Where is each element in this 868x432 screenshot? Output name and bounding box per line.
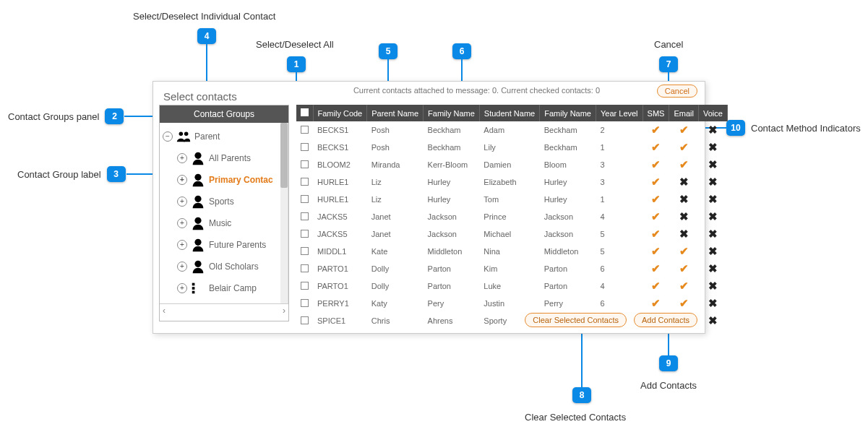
cell-sms: ✔ (643, 121, 669, 139)
expand-icon[interactable]: + (177, 262, 187, 272)
row-checkbox[interactable] (301, 230, 309, 238)
table-row[interactable]: JACKS5JanetJacksonPrinceJackson4✔✖✖ (296, 208, 727, 225)
cell-sms: ✔ (643, 225, 669, 243)
table-row[interactable]: JACKS5JanetJacksonMichaelJackson5✔✖✖ (296, 225, 727, 243)
table-row[interactable]: BLOOM2MirandaKerr-BloomDamienBloom3✔✔✖ (296, 156, 727, 173)
dialog-bottom-buttons: Clear Selected Contacts Add Contacts (525, 313, 697, 327)
scrollbar-track[interactable] (280, 123, 288, 303)
row-checkbox[interactable] (301, 247, 309, 255)
cell-email: ✖ (669, 208, 699, 225)
row-checkbox-cell[interactable] (296, 156, 313, 173)
col-email[interactable]: Email (669, 105, 699, 121)
cell-parent-name: Kate (367, 243, 424, 260)
row-checkbox-cell[interactable] (296, 173, 313, 191)
col-year-level[interactable]: Year Level (596, 105, 643, 121)
x-icon: ✖ (679, 228, 689, 240)
callout-number: 6 (452, 43, 471, 59)
row-checkbox[interactable] (301, 316, 309, 324)
cell-family-code: BLOOM2 (313, 156, 367, 173)
row-checkbox-cell[interactable] (296, 277, 313, 295)
col-parent-name[interactable]: Parent Name (367, 105, 424, 121)
sidebar-item[interactable]: +Future Parents (161, 234, 286, 256)
cell-voice: ✖ (698, 277, 727, 295)
sidebar-item[interactable]: +All Parents (161, 147, 286, 169)
callout-label: Contact Method Indicators (751, 123, 861, 134)
table-row[interactable]: PARTO1DollyPartonKimParton6✔✔✖ (296, 260, 727, 277)
cell-parent-name: Dolly (367, 277, 424, 295)
expand-icon[interactable]: + (177, 240, 187, 250)
expand-icon[interactable]: + (177, 196, 187, 207)
callout-9-label: Add Contacts (640, 380, 697, 391)
select-all-header[interactable] (296, 105, 313, 121)
row-checkbox[interactable] (301, 178, 309, 186)
sidebar-item[interactable]: +Belair Camp (161, 277, 286, 299)
clear-selected-button[interactable]: Clear Selected Contacts (525, 313, 627, 327)
cell-year-level: 4 (596, 277, 643, 295)
table-row[interactable]: PERRY1KatyPeryJustinPerry6✔✔✖ (296, 295, 727, 312)
row-checkbox[interactable] (301, 143, 309, 151)
col-voice[interactable]: Voice (698, 105, 727, 121)
cell-student-name: Luke (479, 277, 539, 295)
sidebar-item[interactable]: −Parent (161, 126, 286, 147)
table-row[interactable]: MIDDL1KateMiddletonNinaMiddleton5✔✔✖ (296, 243, 727, 260)
select-contacts-dialog: Select contacts Current contacts attache… (152, 81, 705, 334)
callout-line (668, 332, 669, 355)
cancel-button[interactable]: Cancel (657, 85, 697, 98)
scrollbar-thumb[interactable] (280, 123, 288, 188)
row-checkbox[interactable] (301, 195, 309, 203)
sidebar-item[interactable]: +Music (161, 212, 286, 234)
cell-family-name2: Perry (540, 295, 596, 312)
person-icon (190, 259, 206, 275)
cell-voice: ✖ (698, 295, 727, 312)
table-row[interactable]: BECKS1PoshBeckhamLilyBeckham1✔✔✖ (296, 139, 727, 156)
col-family-code[interactable]: Family Code (313, 105, 367, 121)
cell-family-name2: Parton (540, 277, 596, 295)
cell-family-name2: Hurley (540, 173, 596, 191)
expand-icon[interactable]: + (177, 153, 187, 163)
sidebar-item[interactable]: +Primary Contac (161, 169, 286, 191)
cell-student-name: Tom (479, 191, 539, 208)
callout-label: Contact Groups panel (8, 111, 99, 122)
expand-icon[interactable]: + (177, 218, 187, 228)
row-checkbox-cell[interactable] (296, 208, 313, 225)
row-checkbox[interactable] (301, 299, 309, 307)
row-checkbox[interactable] (301, 126, 309, 134)
expand-icon[interactable]: + (177, 283, 187, 293)
row-checkbox-cell[interactable] (296, 260, 313, 277)
sidebar-item[interactable]: +Sports (161, 191, 286, 212)
sidebar-item[interactable]: +Student (161, 299, 286, 303)
sidebar-header: Contact Groups (160, 105, 288, 123)
table-row[interactable]: PARTO1DollyPartonLukeParton4✔✔✖ (296, 277, 727, 295)
row-checkbox-cell[interactable] (296, 295, 313, 312)
row-checkbox-cell[interactable] (296, 243, 313, 260)
person-icon (190, 194, 206, 209)
col-family-name2[interactable]: Family Name (540, 105, 596, 121)
sidebar-item[interactable]: +Old Scholars (161, 256, 286, 277)
select-all-checkbox[interactable] (301, 108, 309, 116)
callout-label: Select/Deselect Individual Contact (133, 11, 275, 22)
scroll-right-icon[interactable]: › (283, 306, 285, 316)
row-checkbox[interactable] (301, 264, 309, 272)
row-checkbox[interactable] (301, 282, 309, 290)
horizontal-scrollbar[interactable]: ‹ › (160, 303, 288, 316)
row-checkbox-cell[interactable] (296, 121, 313, 139)
row-checkbox[interactable] (301, 212, 309, 220)
col-sms[interactable]: SMS (643, 105, 669, 121)
scroll-left-icon[interactable]: ‹ (163, 306, 166, 316)
add-contacts-button[interactable]: Add Contacts (634, 313, 697, 327)
table-row[interactable]: BECKS1PoshBeckhamAdamBeckham2✔✔✖ (296, 121, 727, 139)
cell-parent-name: Katy (367, 295, 424, 312)
row-checkbox-cell[interactable] (296, 191, 313, 208)
expand-icon[interactable]: + (177, 175, 187, 185)
row-checkbox-cell[interactable] (296, 139, 313, 156)
collapse-icon[interactable]: − (163, 131, 173, 142)
callout-4: Select/Deselect Individual Contact (133, 11, 275, 22)
col-family-name[interactable]: Family Name (424, 105, 480, 121)
table-row[interactable]: HURLE1LizHurleyElizabethHurley3✔✖✖ (296, 173, 727, 191)
row-checkbox-cell[interactable] (296, 225, 313, 243)
contact-groups-panel: Contact Groups −Parent+All Parents+Prima… (159, 105, 289, 321)
col-student-name[interactable]: Student Name (479, 105, 539, 121)
table-row[interactable]: HURLE1LizHurleyTomHurley1✔✖✖ (296, 191, 727, 208)
row-checkbox[interactable] (301, 160, 309, 168)
row-checkbox-cell[interactable] (296, 312, 313, 329)
